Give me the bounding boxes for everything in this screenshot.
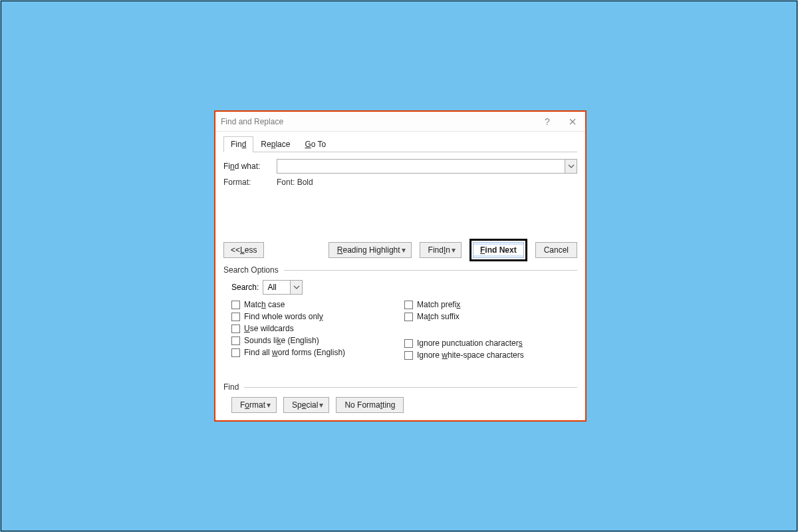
dialog-title: Find and Replace (221, 117, 535, 126)
action-buttons: << Less Reading Highlight Find In Find N… (223, 239, 577, 261)
find-group-label: Find (223, 382, 239, 392)
all-word-forms-checkbox[interactable]: Find all word forms (English) (231, 348, 404, 357)
cancel-button[interactable]: Cancel (535, 242, 577, 258)
match-prefix-checkbox[interactable]: Match prefix (404, 300, 577, 309)
find-next-highlight: Find Next (469, 239, 527, 261)
search-direction-dropdown[interactable] (290, 281, 302, 294)
match-case-checkbox[interactable]: Match case (231, 300, 404, 309)
titlebar: Find and Replace ? (215, 112, 585, 132)
search-direction-row: Search: All (231, 280, 577, 295)
format-value: Font: Bold (277, 178, 313, 187)
ignore-whitespace-checkbox[interactable]: Ignore white-space characters (404, 350, 577, 360)
format-label: Format: (223, 178, 277, 187)
find-actions: Format Special No Formatting (231, 397, 577, 413)
checkbox-icon (231, 313, 240, 321)
help-button[interactable]: ? (535, 112, 560, 131)
search-options-group: Search Options Search: All Match case (223, 265, 577, 360)
find-what-field[interactable] (277, 159, 577, 174)
checkbox-icon (231, 301, 240, 309)
search-options-title: Search Options (223, 265, 577, 275)
find-next-button[interactable]: Find Next (473, 242, 524, 258)
checkbox-icon (404, 339, 413, 348)
find-what-input[interactable] (277, 160, 565, 173)
options-col-left: Match case Find whole words only Use wil… (231, 300, 404, 360)
whole-words-checkbox[interactable]: Find whole words only (231, 312, 404, 321)
dialog-content: Find Replace Go To Find what: Format: Fo… (215, 132, 585, 421)
search-direction-select[interactable]: All (263, 280, 303, 295)
find-group-title: Find (223, 382, 577, 392)
checkbox-icon (231, 325, 240, 333)
find-replace-dialog: Find and Replace ? Find Replace Go To Fi… (214, 110, 587, 422)
close-button[interactable] (560, 112, 585, 131)
options-col-right: Match prefix Match suffix Ignore punctua… (404, 300, 577, 360)
checkbox-icon (404, 301, 413, 309)
window-controls: ? (535, 112, 585, 131)
divider (284, 270, 577, 271)
find-in-button[interactable]: Find In (420, 242, 462, 258)
sounds-like-checkbox[interactable]: Sounds like (English) (231, 336, 404, 345)
options-columns: Match case Find whole words only Use wil… (231, 300, 577, 360)
divider (244, 387, 577, 388)
close-icon (569, 118, 576, 125)
chevron-down-icon (568, 163, 575, 170)
special-button[interactable]: Special (283, 397, 329, 413)
tabstrip: Find Replace Go To (223, 136, 577, 152)
checkbox-icon (404, 351, 413, 360)
chevron-down-icon (293, 284, 300, 291)
tab-goto[interactable]: Go To (297, 136, 333, 152)
search-direction-value: All (263, 281, 290, 294)
less-button[interactable]: << Less (223, 242, 264, 258)
format-row: Format: Font: Bold (223, 178, 577, 187)
find-what-label: Find what: (223, 162, 277, 171)
find-what-row: Find what: (223, 159, 577, 174)
find-group: Find Format Special No Formatting (223, 382, 577, 413)
tab-find[interactable]: Find (223, 136, 253, 152)
no-formatting-button[interactable]: No Formatting (336, 397, 404, 413)
match-suffix-checkbox[interactable]: Match suffix (404, 312, 577, 321)
ignore-punctuation-checkbox[interactable]: Ignore punctuation characters (404, 338, 577, 348)
reading-highlight-button[interactable]: Reading Highlight (329, 242, 412, 258)
spacer (223, 190, 577, 239)
search-direction-label: Search: (231, 283, 259, 292)
find-what-dropdown[interactable] (565, 160, 577, 173)
tab-replace[interactable]: Replace (253, 136, 297, 152)
use-wildcards-checkbox[interactable]: Use wildcards (231, 324, 404, 333)
spacer (404, 324, 577, 336)
checkbox-icon (231, 348, 240, 357)
checkbox-icon (404, 313, 413, 321)
spacer (223, 360, 577, 382)
search-options-label: Search Options (223, 265, 279, 275)
format-button[interactable]: Format (231, 397, 277, 413)
checkbox-icon (231, 336, 240, 345)
app-frame: Find and Replace ? Find Replace Go To Fi… (1, 1, 797, 531)
